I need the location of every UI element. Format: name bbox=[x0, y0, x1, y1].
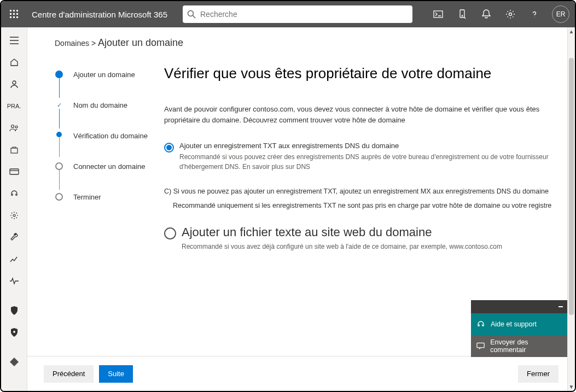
nav-billing-icon[interactable] bbox=[1, 161, 27, 183]
svg-point-25 bbox=[13, 331, 15, 333]
app-launcher-icon[interactable] bbox=[1, 1, 27, 27]
option-mx-title: C) Si vous ne pouvez pas ajouter un enre… bbox=[164, 186, 553, 197]
search-icon bbox=[187, 10, 196, 19]
svg-rect-0 bbox=[10, 10, 11, 11]
svg-rect-5 bbox=[16, 13, 18, 15]
intro-text: Avant de pouvoir configurer contoso.com,… bbox=[164, 104, 553, 125]
scrollbar[interactable]: ▲ ▼ bbox=[567, 27, 575, 391]
step-connect-domain: Connecter un domaine bbox=[55, 162, 164, 193]
back-button[interactable]: Précédent bbox=[44, 365, 94, 383]
breadcrumb: Domaines > Ajouter un domaine bbox=[27, 27, 575, 54]
option-file-title: Ajouter un fichier texte au site web du … bbox=[182, 225, 502, 239]
breadcrumb-current: Ajouter un domaine bbox=[98, 37, 183, 48]
svg-point-20 bbox=[15, 126, 18, 128]
step-verify-domain: Vérification du domaine bbox=[55, 132, 164, 162]
wizard-steps: Ajouter un domaine ✓ Nom du domaine Véri… bbox=[27, 54, 164, 356]
notifications-icon[interactable] bbox=[474, 1, 498, 27]
top-header: Centre d'administration Microsoft 365 ER bbox=[1, 1, 575, 27]
search-input[interactable] bbox=[200, 10, 408, 19]
radio-txt-record[interactable] bbox=[164, 143, 174, 153]
nav-security1-icon[interactable] bbox=[1, 300, 27, 321]
svg-rect-7 bbox=[13, 16, 15, 18]
nav-groups-icon[interactable] bbox=[1, 117, 27, 139]
search-box[interactable] bbox=[183, 5, 412, 23]
shell-console-icon[interactable] bbox=[426, 1, 450, 27]
svg-rect-27 bbox=[477, 343, 484, 348]
nav-resources-icon[interactable] bbox=[1, 139, 27, 161]
svg-point-13 bbox=[462, 15, 463, 16]
nav-users-icon[interactable] bbox=[1, 73, 27, 95]
nav-security2-icon[interactable] bbox=[1, 321, 27, 343]
help-support-button[interactable]: Aide et support bbox=[471, 313, 567, 335]
option-mx-desc: Recommandé uniquement si les enregistrem… bbox=[173, 200, 553, 211]
svg-rect-3 bbox=[10, 13, 11, 15]
help-feedback-button[interactable]: Envoyer des commentair bbox=[471, 335, 567, 357]
svg-point-24 bbox=[13, 214, 15, 217]
nav-admin-icon[interactable] bbox=[1, 351, 27, 373]
nav-hamburger-icon[interactable] bbox=[1, 30, 27, 51]
svg-line-10 bbox=[193, 16, 195, 19]
step-add-domain: Ajouter un domaine bbox=[55, 71, 164, 101]
help-panel: Aide et support Envoyer des commentair bbox=[471, 300, 567, 357]
nav-setup-icon[interactable] bbox=[1, 226, 27, 248]
page-title: Vérifier que vous êtes propriétaire de v… bbox=[164, 65, 553, 82]
left-nav-rail: PRA. bbox=[1, 27, 27, 391]
option-file-desc: Recommandé si vous avez déjà configuré u… bbox=[182, 242, 502, 251]
step-finish: Terminer bbox=[55, 193, 164, 224]
device-icon[interactable] bbox=[450, 1, 474, 27]
help-icon[interactable] bbox=[522, 1, 546, 27]
option-text-file[interactable]: Ajouter un fichier texte au site web du … bbox=[164, 225, 553, 251]
app-title: Centre d'administration Microsoft 365 bbox=[27, 10, 172, 19]
svg-rect-11 bbox=[434, 11, 443, 17]
radio-text-file[interactable] bbox=[164, 227, 176, 239]
headset-icon bbox=[476, 320, 485, 329]
nav-label[interactable]: PRA. bbox=[1, 95, 27, 117]
account-avatar[interactable]: ER bbox=[552, 5, 569, 23]
scroll-up-icon[interactable]: ▲ bbox=[568, 28, 575, 34]
nav-home-icon[interactable] bbox=[1, 51, 27, 73]
svg-rect-6 bbox=[10, 16, 11, 18]
scroll-down-icon[interactable]: ▼ bbox=[568, 384, 575, 390]
close-button[interactable]: Fermer bbox=[518, 365, 558, 383]
step-domain-name: ✓ Nom du domaine bbox=[55, 101, 164, 132]
nav-settings-icon[interactable] bbox=[1, 204, 27, 226]
svg-rect-8 bbox=[16, 16, 18, 18]
option-txt-record[interactable]: Ajouter un enregistrement TXT aux enregi… bbox=[164, 142, 553, 172]
svg-point-18 bbox=[13, 81, 16, 84]
option-mx-record: C) Si vous ne pouvez pas ajouter un enre… bbox=[164, 186, 553, 211]
nav-health-icon[interactable] bbox=[1, 270, 27, 292]
nav-reports-icon[interactable] bbox=[1, 248, 27, 270]
scroll-thumb[interactable] bbox=[569, 58, 574, 315]
next-button[interactable]: Suite bbox=[99, 365, 133, 383]
svg-rect-22 bbox=[10, 169, 19, 174]
settings-icon[interactable] bbox=[498, 1, 522, 27]
help-collapse-icon[interactable] bbox=[471, 300, 567, 313]
svg-rect-4 bbox=[13, 13, 15, 15]
wizard-footer: Précédent Suite Fermer bbox=[27, 356, 575, 391]
feedback-icon bbox=[476, 342, 485, 350]
svg-point-9 bbox=[188, 11, 193, 16]
svg-point-14 bbox=[509, 13, 512, 16]
svg-point-19 bbox=[11, 125, 14, 128]
nav-support-icon[interactable] bbox=[1, 183, 27, 204]
option-txt-desc: Recommandé si vous pouvez créer des enre… bbox=[179, 152, 553, 172]
svg-rect-21 bbox=[11, 148, 18, 153]
option-txt-title: Ajouter un enregistrement TXT aux enregi… bbox=[179, 142, 553, 150]
breadcrumb-parent[interactable]: Domaines > bbox=[55, 39, 96, 48]
svg-rect-1 bbox=[13, 10, 15, 11]
svg-rect-2 bbox=[16, 10, 18, 11]
